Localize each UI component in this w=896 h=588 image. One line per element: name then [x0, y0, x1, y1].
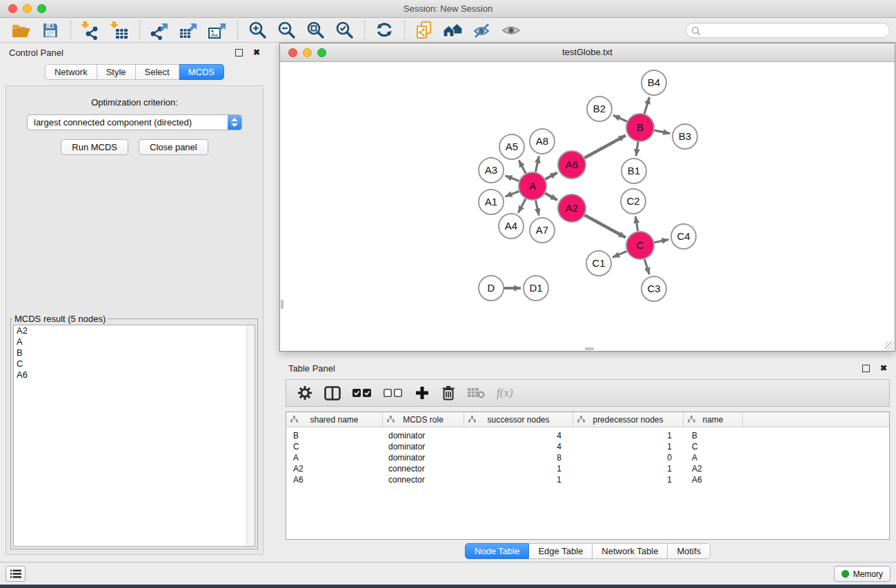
table-settings-gear-icon[interactable] — [297, 385, 312, 401]
tab-edge-table[interactable]: Edge Table — [529, 543, 593, 559]
panel-list-button[interactable] — [6, 566, 26, 582]
show-all-eye-icon[interactable] — [499, 20, 523, 41]
graph-edge-B-B2[interactable] — [613, 115, 627, 121]
graph-node-B[interactable]: B — [626, 114, 654, 141]
graph-edge-C-C3[interactable] — [644, 259, 649, 274]
close-network-button[interactable] — [288, 48, 297, 57]
zoom-network-button[interactable] — [317, 48, 326, 57]
zoom-out-icon[interactable] — [275, 20, 298, 41]
zoom-fit-icon[interactable] — [303, 20, 327, 41]
float-table-panel-icon[interactable] — [862, 365, 870, 372]
graph-edge-A-A5[interactable] — [519, 160, 526, 173]
close-table-panel-icon[interactable]: ✖ — [880, 363, 887, 373]
column-header-name[interactable]: name — [684, 412, 743, 427]
export-network-icon[interactable] — [148, 20, 171, 41]
minimize-network-button[interactable] — [303, 48, 312, 57]
horizontal-scroll-nub[interactable] — [585, 347, 594, 350]
graph-edge-A-A1[interactable] — [506, 192, 519, 197]
graph-node-C4[interactable]: C4 — [671, 224, 696, 249]
graph-node-A6[interactable]: A6 — [558, 151, 586, 179]
graph-edge-A-A3[interactable] — [506, 176, 519, 181]
run-mcds-button[interactable]: Run MCDS — [61, 139, 128, 155]
graph-edge-B-B3[interactable] — [655, 130, 670, 134]
table-row[interactable]: Adominator80A — [286, 452, 889, 463]
export-image-icon[interactable] — [206, 20, 229, 41]
mcds-result-item[interactable]: A2 — [14, 325, 255, 336]
table-row[interactable]: Bdominator41B — [286, 430, 889, 441]
graph-edge-A-A4[interactable] — [518, 199, 526, 213]
graph-edge-A-A2[interactable] — [545, 193, 557, 200]
hide-selected-eye-icon[interactable] — [470, 20, 494, 41]
show-columns-icon[interactable] — [324, 386, 341, 401]
graph-node-A8[interactable]: A8 — [530, 129, 555, 154]
graph-edge-A6-B[interactable] — [584, 135, 625, 157]
close-window-button[interactable] — [8, 4, 17, 13]
export-table-icon[interactable] — [177, 20, 200, 41]
vertical-scroll-nub[interactable] — [281, 300, 283, 309]
graph-edge-A2-C[interactable] — [584, 215, 625, 237]
add-column-icon[interactable] — [415, 385, 430, 401]
graph-node-D[interactable]: D — [479, 276, 504, 301]
graph-node-A3[interactable]: A3 — [479, 158, 504, 183]
resize-grip[interactable] — [885, 341, 894, 350]
graph-node-A1[interactable]: A1 — [479, 190, 504, 214]
result-scrollbar[interactable] — [246, 325, 255, 546]
graph-edge-C-C2[interactable] — [635, 216, 637, 232]
graph-node-C1[interactable]: C1 — [586, 251, 611, 276]
first-neighbors-icon[interactable] — [441, 20, 465, 41]
new-network-from-selection-icon[interactable] — [412, 20, 436, 41]
column-header-MCDS-role[interactable]: MCDS role — [383, 412, 464, 427]
function-builder-icon[interactable]: f(x) — [497, 386, 513, 400]
zoom-in-icon[interactable] — [246, 20, 269, 41]
select-all-columns-icon[interactable] — [352, 388, 372, 398]
tab-node-table[interactable]: Node Table — [465, 543, 530, 559]
graph-node-A7[interactable]: A7 — [530, 218, 555, 243]
column-header-successor-nodes[interactable]: successor nodes — [464, 412, 573, 427]
graph-edge-B-B1[interactable] — [636, 142, 638, 156]
tab-network-table[interactable]: Network Table — [593, 543, 668, 559]
graph-edge-A-A7[interactable] — [535, 201, 539, 216]
graph-node-B4[interactable]: B4 — [641, 70, 666, 95]
import-table-icon[interactable] — [108, 20, 131, 41]
criterion-dropdown[interactable]: largest connected component (directed) — [27, 114, 242, 130]
graph-node-D1[interactable]: D1 — [524, 276, 548, 301]
tab-style[interactable]: Style — [97, 64, 136, 80]
float-panel-icon[interactable] — [235, 49, 243, 57]
graph-node-A2[interactable]: A2 — [558, 194, 586, 222]
graph-node-A4[interactable]: A4 — [499, 214, 524, 239]
refresh-icon[interactable] — [372, 20, 396, 41]
tab-select[interactable]: Select — [136, 64, 179, 80]
zoom-window-button[interactable] — [37, 4, 46, 13]
delete-columns-trash-icon[interactable] — [441, 385, 455, 401]
graph-node-A5[interactable]: A5 — [499, 134, 524, 159]
close-panel-icon[interactable]: ✖ — [253, 48, 260, 57]
save-session-icon[interactable] — [39, 20, 62, 41]
graph-edge-A-A6[interactable] — [545, 172, 557, 179]
memory-button[interactable]: Memory — [834, 566, 890, 582]
graph-node-C3[interactable]: C3 — [641, 276, 666, 301]
graph-node-C[interactable]: C — [626, 232, 654, 259]
mcds-result-item[interactable]: A — [14, 336, 255, 347]
table-row[interactable]: A2connector11A2 — [286, 463, 889, 474]
delete-table-icon[interactable] — [467, 387, 485, 399]
graph-edge-B-B4[interactable] — [644, 97, 649, 114]
graph-edge-A-A8[interactable] — [535, 156, 539, 172]
open-file-icon[interactable] — [10, 20, 33, 41]
column-header-predecessor-nodes[interactable]: predecessor nodes — [573, 412, 684, 427]
graph-node-A[interactable]: A — [519, 172, 546, 200]
graph-node-B1[interactable]: B1 — [621, 159, 646, 183]
graph-node-B2[interactable]: B2 — [587, 97, 612, 121]
mcds-result-item[interactable]: A6 — [14, 369, 255, 381]
network-window-titlebar[interactable]: testGlobe.txt — [280, 43, 895, 62]
table-row[interactable]: A6connector11A6 — [286, 474, 889, 485]
graph-edge-C-C4[interactable] — [655, 239, 669, 242]
zoom-selected-icon[interactable] — [332, 20, 356, 41]
mcds-result-item[interactable]: B — [14, 347, 255, 358]
unselect-all-columns-icon[interactable] — [384, 388, 403, 398]
graph-node-C2[interactable]: C2 — [621, 189, 646, 214]
minimize-window-button[interactable] — [23, 4, 32, 13]
graph-node-B3[interactable]: B3 — [673, 124, 697, 149]
network-canvas[interactable]: B4B2BB3A8A5A6A3B1AA1C2A2A4A7C4CC1C3DD1 — [281, 62, 894, 350]
column-header-shared-name[interactable]: shared name — [286, 412, 383, 427]
tab-mcds[interactable]: MCDS — [179, 64, 224, 80]
